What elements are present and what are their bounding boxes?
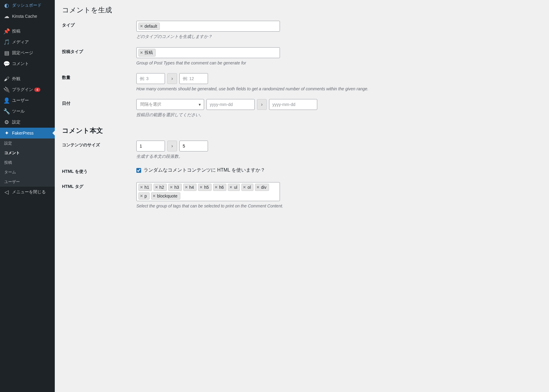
remove-tag-icon[interactable]: ✕	[140, 194, 143, 198]
remove-tag-icon[interactable]: ✕	[155, 185, 158, 189]
qty-label: 数量	[62, 73, 136, 80]
range-arrow-icon: ›	[167, 141, 177, 151]
html-tag-h3: ✕h3	[168, 184, 182, 191]
remove-tag-icon[interactable]: ✕	[256, 185, 259, 189]
type-label: タイプ	[62, 21, 136, 28]
post-type-input[interactable]: ✕投稿	[136, 47, 280, 58]
plugins-badge: 4	[34, 88, 40, 92]
type-desc: どのタイプのコメントを生成しますか？	[136, 34, 383, 39]
sidebar-item-fakerpress[interactable]: ✦FakerPress	[0, 128, 55, 138]
page-title: コメントを生成	[62, 5, 543, 15]
post-type-desc: Group of Post Types that the comment can…	[136, 61, 383, 65]
post-type-tag: ✕投稿	[138, 49, 156, 57]
content-size-desc: 生成する本文の段落数。	[136, 154, 383, 159]
dashboard-icon: ◐	[4, 2, 10, 8]
collapse-menu[interactable]: ◁メニューを閉じる	[0, 187, 55, 198]
remove-tag-icon[interactable]: ✕	[140, 24, 143, 28]
html-tag-blockquote: ✕blockquote	[151, 192, 180, 200]
date-label: 日付	[62, 99, 136, 106]
html-tags-input[interactable]: ✕h1✕h2✕h3✕h4✕h5✕h6✕ul✕ol✕div✕p✕blockquot…	[136, 182, 280, 201]
content-size-min[interactable]	[136, 141, 165, 151]
sidebar-item-posts[interactable]: 📌投稿	[0, 26, 55, 37]
sidebar-item-comments[interactable]: 💬コメント	[0, 58, 55, 69]
plugin-icon: 🔌	[4, 87, 10, 93]
brush-icon: 🖌	[4, 76, 10, 82]
date-desc: 投稿日の範囲を選択してください。	[136, 112, 383, 118]
admin-sidebar: ◐ダッシュボード ☁Kinsta Cache 📌投稿 🎵メディア ▤固定ページ …	[0, 0, 55, 392]
html-tag-h2: ✕h2	[154, 184, 167, 191]
html-tags-desc: Select the group of tags that can be sel…	[136, 204, 383, 208]
sidebar-item-plugins[interactable]: 🔌プラグイン4	[0, 84, 55, 95]
remove-tag-icon[interactable]: ✕	[243, 185, 246, 189]
type-tag-default: ✕default	[138, 23, 160, 30]
remove-tag-icon[interactable]: ✕	[229, 185, 232, 189]
html-tag-ol: ✕ol	[241, 184, 253, 191]
remove-tag-icon[interactable]: ✕	[200, 185, 203, 189]
range-arrow-icon: ›	[167, 73, 177, 84]
user-icon: 👤	[4, 98, 10, 104]
qty-desc: How many comments should be generated, u…	[136, 86, 383, 91]
submenu-posts[interactable]: 投稿	[0, 158, 55, 167]
remove-tag-icon[interactable]: ✕	[140, 185, 143, 189]
use-html-label: HTML を使う	[62, 167, 136, 174]
use-html-desc: ランダムなコメントコンテンツに HTML を使いますか？	[144, 167, 265, 173]
remove-tag-icon[interactable]: ✕	[153, 194, 156, 198]
html-tag-h6: ✕h6	[213, 184, 227, 191]
use-html-checkbox[interactable]	[136, 168, 141, 173]
remove-tag-icon[interactable]: ✕	[185, 185, 188, 189]
comment-icon: 💬	[4, 61, 10, 67]
page-icon: ▤	[4, 50, 10, 56]
content-size-max[interactable]	[179, 141, 208, 151]
sidebar-item-media[interactable]: 🎵メディア	[0, 37, 55, 48]
sidebar-item-appearance[interactable]: 🖌外観	[0, 73, 55, 84]
remove-tag-icon[interactable]: ✕	[170, 185, 173, 189]
sidebar-item-tools[interactable]: 🔧ツール	[0, 106, 55, 117]
date-interval-select[interactable]: 間隔を選択	[136, 99, 204, 110]
pin-icon: 📌	[4, 28, 10, 34]
sidebar-item-dashboard[interactable]: ◐ダッシュボード	[0, 0, 55, 11]
qty-max-input[interactable]	[179, 73, 208, 84]
sidebar-item-kinsta-cache[interactable]: ☁Kinsta Cache	[0, 11, 55, 22]
submenu-comments[interactable]: コメント	[0, 148, 55, 158]
html-tag-h1: ✕h1	[138, 184, 152, 191]
sidebar-item-settings[interactable]: ⚙設定	[0, 117, 55, 128]
collapse-icon: ◁	[4, 189, 10, 195]
section-comment-body: コメント本文	[62, 126, 543, 135]
content-size-label: コンテンツのサイズ	[62, 141, 136, 148]
type-input[interactable]: ✕default	[136, 21, 280, 32]
content-area: コメントを生成 タイプ ✕default どのタイプのコメントを生成しますか？ …	[55, 0, 549, 392]
date-to-input[interactable]	[269, 99, 317, 110]
cloud-icon: ☁	[4, 13, 10, 19]
qty-min-input[interactable]	[136, 73, 165, 84]
html-tag-div: ✕div	[255, 184, 269, 191]
submenu-terms[interactable]: ターム	[0, 167, 55, 177]
date-from-input[interactable]	[206, 99, 255, 110]
html-tag-p: ✕p	[138, 192, 150, 200]
range-arrow-icon: ›	[257, 99, 267, 110]
html-tag-h5: ✕h5	[198, 184, 212, 191]
submenu-settings[interactable]: 設定	[0, 138, 55, 148]
submenu-users[interactable]: ユーザー	[0, 177, 55, 187]
remove-tag-icon[interactable]: ✕	[215, 185, 218, 189]
remove-tag-icon[interactable]: ✕	[140, 51, 143, 55]
fakerpress-submenu: 設定 コメント 投稿 ターム ユーザー	[0, 138, 55, 187]
sidebar-item-pages[interactable]: ▤固定ページ	[0, 48, 55, 58]
wrench-icon: 🔧	[4, 108, 10, 114]
sidebar-item-users[interactable]: 👤ユーザー	[0, 95, 55, 106]
post-type-label: 投稿タイプ	[62, 47, 136, 54]
sliders-icon: ⚙	[4, 119, 10, 125]
html-tags-label: HTML タグ	[62, 182, 136, 189]
accessibility-icon: ✦	[4, 130, 10, 136]
media-icon: 🎵	[4, 39, 10, 45]
html-tag-ul: ✕ul	[228, 184, 240, 191]
html-tag-h4: ✕h4	[183, 184, 197, 191]
